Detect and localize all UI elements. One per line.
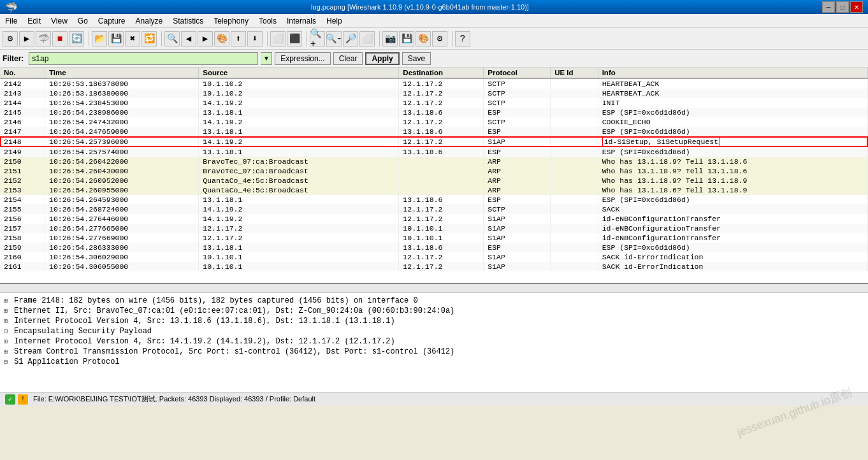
col-destination[interactable]: Destination bbox=[399, 68, 484, 78]
tb-find-button[interactable]: 🔍 bbox=[164, 31, 180, 47]
window-controls: ─ □ ✕ bbox=[822, 1, 863, 13]
tb-separator-3 bbox=[265, 31, 268, 47]
table-row[interactable]: 215910:26:54.28633300013.1.18.113.1.18.6… bbox=[0, 243, 868, 252]
table-row[interactable]: 214210:26:53.18637800010.1.10.212.1.17.2… bbox=[0, 78, 868, 89]
tb-display-filter-button[interactable]: ⬜ bbox=[270, 31, 286, 47]
tb-save-button[interactable]: 💾 bbox=[108, 31, 124, 47]
menu-analyze[interactable]: Analyze bbox=[131, 14, 168, 27]
filter-input[interactable] bbox=[29, 52, 258, 65]
detail-item[interactable]: ⊞Stream Control Transmission Protocol, S… bbox=[1, 347, 867, 357]
tb-zoom-normal-button[interactable]: 🔎 bbox=[343, 31, 358, 47]
table-row[interactable]: 215410:26:54.26459300013.1.18.113.1.18.6… bbox=[0, 195, 868, 205]
tb-restart-button[interactable]: 🔄 bbox=[69, 31, 84, 47]
tb-help-button[interactable]: ? bbox=[455, 31, 470, 47]
menu-tools[interactable]: Tools bbox=[254, 14, 282, 27]
expand-icon: ⊞ bbox=[4, 338, 11, 345]
toolbar: ⚙ ▶ 🦈 ■ 🔄 📂 💾 ✖ 🔁 🔍 ◀ ▶ 🎨 ⬆ ⬇ ⬜ ⬛ 🔍+ 🔍- … bbox=[0, 28, 868, 50]
table-row[interactable]: 215210:26:54.260952000QuantaCo_4e:5c:Bro… bbox=[0, 176, 868, 185]
menu-statistics[interactable]: Statistics bbox=[168, 14, 208, 27]
menu-internals[interactable]: Internals bbox=[282, 14, 321, 27]
menu-file[interactable]: File bbox=[0, 14, 22, 27]
tb-options-button[interactable]: 🦈 bbox=[36, 31, 51, 47]
menu-go[interactable]: Go bbox=[73, 14, 93, 27]
tb-stop-capture-button[interactable]: ■ bbox=[52, 31, 68, 47]
horizontal-scrollbar[interactable] bbox=[0, 284, 868, 293]
table-row[interactable]: 214410:26:54.23845300014.1.19.212.1.17.2… bbox=[0, 98, 868, 108]
filter-dropdown-arrow[interactable]: ▼ bbox=[261, 52, 272, 65]
detail-item[interactable]: ⊟S1 Application Protocol bbox=[1, 357, 867, 367]
col-no[interactable]: No. bbox=[0, 68, 45, 78]
menu-edit[interactable]: Edit bbox=[22, 14, 46, 27]
table-row[interactable]: 214810:26:54.25739600014.1.19.212.1.17.2… bbox=[0, 136, 868, 147]
tb-reload-button[interactable]: 🔁 bbox=[141, 31, 157, 47]
table-row[interactable]: 214310:26:53.18638000010.1.10.212.1.17.2… bbox=[0, 89, 868, 98]
expression-button[interactable]: Expression... bbox=[275, 52, 330, 65]
close-button[interactable]: ✕ bbox=[850, 1, 863, 13]
tb-colorize-button[interactable]: 🎨 bbox=[214, 31, 229, 47]
table-row[interactable]: 214710:26:54.24765900013.1.18.113.1.18.6… bbox=[0, 127, 868, 136]
col-source[interactable]: Source bbox=[199, 68, 399, 78]
packet-list[interactable]: No. Time Source Destination Protocol UE … bbox=[0, 68, 868, 284]
tb-color-rules-button[interactable]: 🎨 bbox=[416, 31, 431, 47]
table-row[interactable]: 215710:26:54.27766500012.1.17.210.1.10.1… bbox=[0, 224, 868, 233]
tb-close-button[interactable]: ✖ bbox=[125, 31, 140, 47]
save-button[interactable]: Save bbox=[402, 52, 431, 65]
tb-start-capture-button[interactable]: ▶ bbox=[19, 31, 34, 47]
table-row[interactable]: 215610:26:54.27644600014.1.19.212.1.17.2… bbox=[0, 214, 868, 224]
tb-display-filter2-button[interactable]: ⬛ bbox=[287, 31, 302, 47]
filter-label: Filter: bbox=[3, 54, 24, 63]
tb-prev-button[interactable]: ◀ bbox=[181, 31, 196, 47]
tb-zoom-in-button[interactable]: 🔍+ bbox=[310, 31, 325, 47]
col-ueid[interactable]: UE Id bbox=[551, 68, 598, 78]
table-row[interactable]: 216010:26:54.30602900010.1.10.112.1.17.2… bbox=[0, 252, 868, 262]
menu-capture[interactable]: Capture bbox=[93, 14, 131, 27]
table-row[interactable]: 215310:26:54.260955000QuantaCo_4e:5c:Bro… bbox=[0, 185, 868, 195]
filter-bar: Filter: ▼ Expression... Clear Apply Save bbox=[0, 50, 868, 68]
detail-item[interactable]: ⊞Internet Protocol Version 4, Src: 13.1.… bbox=[1, 316, 867, 326]
restore-button[interactable]: □ bbox=[836, 1, 849, 13]
table-row[interactable]: 216110:26:54.30605500010.1.10.112.1.17.2… bbox=[0, 262, 868, 271]
clear-button[interactable]: Clear bbox=[333, 52, 363, 65]
detail-item[interactable]: ⊞Ethernet II, Src: BravoTec_07:ca:01 (e0… bbox=[1, 306, 867, 316]
col-time[interactable]: Time bbox=[45, 68, 199, 78]
apply-button[interactable]: Apply bbox=[365, 52, 399, 65]
table-row[interactable]: 215510:26:54.26872400014.1.19.212.1.17.2… bbox=[0, 205, 868, 214]
col-protocol[interactable]: Protocol bbox=[484, 68, 551, 78]
minimize-button[interactable]: ─ bbox=[822, 1, 835, 13]
tb-down-button[interactable]: ⬇ bbox=[247, 31, 263, 47]
tb-capture-filter-button[interactable]: 📷 bbox=[382, 31, 398, 47]
detail-item[interactable]: ⊟Encapsulating Security Payload bbox=[1, 326, 867, 336]
menu-telephony[interactable]: Telephony bbox=[208, 14, 254, 27]
tb-prefs-button[interactable]: ⚙ bbox=[432, 31, 447, 47]
tb-fit-button[interactable]: ⬜ bbox=[359, 31, 375, 47]
detail-text: Stream Control Transmission Protocol, Sr… bbox=[14, 347, 454, 356]
tb-next-button[interactable]: ▶ bbox=[198, 31, 213, 47]
packet-table: No. Time Source Destination Protocol UE … bbox=[0, 68, 868, 271]
tb-separator-5 bbox=[377, 31, 380, 47]
menu-help[interactable]: Help bbox=[321, 14, 347, 27]
tb-interfaces-button[interactable]: ⚙ bbox=[3, 31, 18, 47]
status-icons: ✓ ! bbox=[5, 394, 28, 405]
table-row[interactable]: 215110:26:54.260430000BravoTec_07:ca:Bro… bbox=[0, 166, 868, 176]
tb-save-filter-button[interactable]: 💾 bbox=[399, 31, 414, 47]
tb-up-button[interactable]: ⬆ bbox=[231, 31, 246, 47]
expand-icon: ⊞ bbox=[4, 348, 11, 356]
detail-text: Encapsulating Security Payload bbox=[14, 327, 152, 336]
detail-item[interactable]: ⊞Internet Protocol Version 4, Src: 14.1.… bbox=[1, 336, 867, 347]
expand-icon: ⊞ bbox=[4, 307, 11, 315]
table-row[interactable]: 214910:26:54.25757400013.1.18.113.1.18.6… bbox=[0, 147, 868, 157]
tb-open-button[interactable]: 📂 bbox=[92, 31, 107, 47]
detail-text: Frame 2148: 182 bytes on wire (1456 bits… bbox=[14, 296, 418, 305]
app-icon: 🦈 bbox=[5, 1, 18, 13]
detail-item[interactable]: ⊞Frame 2148: 182 bytes on wire (1456 bit… bbox=[1, 296, 867, 306]
expand-icon: ⊞ bbox=[4, 317, 11, 325]
title-bar: 🦈 log.pcapng [Wireshark 1.10.9 (v1.10.9-… bbox=[0, 0, 868, 14]
tb-separator-6 bbox=[450, 31, 452, 47]
menu-view[interactable]: View bbox=[46, 14, 73, 27]
table-row[interactable]: 215010:26:54.260422000BravoTec_07:ca:Bro… bbox=[0, 157, 868, 166]
tb-zoom-out-button[interactable]: 🔍- bbox=[326, 31, 342, 47]
col-info[interactable]: Info bbox=[598, 68, 867, 78]
table-row[interactable]: 215810:26:54.27766900012.1.17.210.1.10.1… bbox=[0, 233, 868, 243]
table-row[interactable]: 214610:26:54.24743200014.1.19.212.1.17.2… bbox=[0, 117, 868, 127]
table-row[interactable]: 214510:26:54.23898600013.1.18.113.1.18.6… bbox=[0, 108, 868, 117]
